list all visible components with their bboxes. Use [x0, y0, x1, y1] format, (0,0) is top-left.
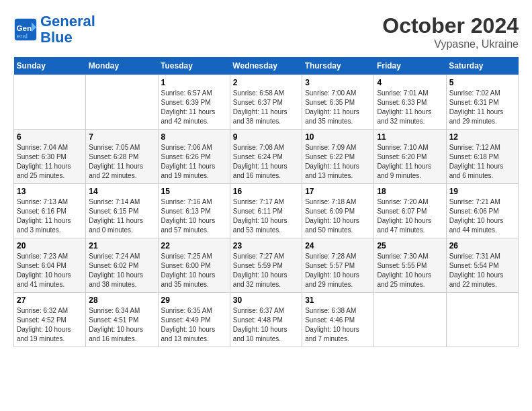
week-row-2: 6Sunrise: 7:04 AM Sunset: 6:30 PM Daylig…: [14, 130, 519, 184]
calendar-cell: 29Sunrise: 6:35 AM Sunset: 4:49 PM Dayli…: [158, 293, 230, 347]
calendar-cell: 14Sunrise: 7:14 AM Sunset: 6:15 PM Dayli…: [86, 184, 158, 238]
day-number: 24: [305, 241, 371, 250]
calendar-cell: 16Sunrise: 7:17 AM Sunset: 6:11 PM Dayli…: [230, 184, 302, 238]
calendar-cell: 22Sunrise: 7:25 AM Sunset: 6:00 PM Dayli…: [158, 238, 230, 293]
day-detail: Sunrise: 7:08 AM Sunset: 6:24 PM Dayligh…: [233, 143, 299, 181]
logo-text: General Blue: [40, 13, 95, 46]
week-row-3: 13Sunrise: 7:13 AM Sunset: 6:16 PM Dayli…: [14, 184, 519, 238]
day-number: 15: [161, 187, 227, 196]
calendar-cell: 10Sunrise: 7:09 AM Sunset: 6:22 PM Dayli…: [302, 130, 374, 184]
day-detail: Sunrise: 6:34 AM Sunset: 4:51 PM Dayligh…: [89, 306, 154, 344]
day-number: 28: [89, 295, 154, 305]
day-detail: Sunrise: 6:37 AM Sunset: 4:48 PM Dayligh…: [233, 306, 299, 344]
calendar-cell: 7Sunrise: 7:05 AM Sunset: 6:28 PM Daylig…: [86, 130, 158, 184]
day-detail: Sunrise: 7:09 AM Sunset: 6:22 PM Dayligh…: [305, 143, 371, 181]
day-detail: Sunrise: 6:35 AM Sunset: 4:49 PM Dayligh…: [161, 306, 227, 344]
day-detail: Sunrise: 6:57 AM Sunset: 6:39 PM Dayligh…: [161, 89, 227, 126]
day-number: 8: [161, 132, 227, 142]
day-number: 9: [233, 132, 299, 142]
calendar-cell: 1Sunrise: 6:57 AM Sunset: 6:39 PM Daylig…: [158, 75, 230, 130]
calendar-cell: 26Sunrise: 7:31 AM Sunset: 5:54 PM Dayli…: [446, 238, 518, 293]
page-header: Gen eral General Blue October 2024 Vypas…: [13, 13, 519, 50]
calendar-cell: 30Sunrise: 6:37 AM Sunset: 4:48 PM Dayli…: [230, 293, 302, 347]
day-number: 11: [377, 132, 443, 142]
weekday-sunday: Sunday: [14, 57, 86, 75]
calendar-cell: 5Sunrise: 7:02 AM Sunset: 6:31 PM Daylig…: [446, 75, 518, 130]
calendar-cell: 24Sunrise: 7:28 AM Sunset: 5:57 PM Dayli…: [302, 238, 374, 293]
day-number: 26: [449, 241, 515, 250]
calendar-cell: 4Sunrise: 7:01 AM Sunset: 6:33 PM Daylig…: [374, 75, 446, 130]
calendar-table: SundayMondayTuesdayWednesdayThursdayFrid…: [13, 57, 519, 347]
day-number: 20: [17, 241, 83, 250]
day-detail: Sunrise: 7:05 AM Sunset: 6:28 PM Dayligh…: [89, 143, 154, 181]
day-number: 4: [377, 78, 443, 87]
calendar-cell: 20Sunrise: 7:23 AM Sunset: 6:04 PM Dayli…: [14, 238, 86, 293]
calendar-cell: [446, 293, 518, 347]
calendar-cell: [374, 293, 446, 347]
calendar-cell: 15Sunrise: 7:16 AM Sunset: 6:13 PM Dayli…: [158, 184, 230, 238]
calendar-cell: 8Sunrise: 7:06 AM Sunset: 6:26 PM Daylig…: [158, 130, 230, 184]
calendar-cell: 6Sunrise: 7:04 AM Sunset: 6:30 PM Daylig…: [14, 130, 86, 184]
month-year: October 2024: [382, 13, 519, 38]
calendar-cell: 17Sunrise: 7:18 AM Sunset: 6:09 PM Dayli…: [302, 184, 374, 238]
day-number: 23: [233, 241, 299, 250]
location: Vypasne, Ukraine: [382, 38, 519, 50]
day-detail: Sunrise: 7:18 AM Sunset: 6:09 PM Dayligh…: [305, 197, 371, 235]
weekday-wednesday: Wednesday: [230, 57, 302, 75]
title-block: October 2024 Vypasne, Ukraine: [382, 13, 519, 50]
day-number: 7: [89, 132, 154, 142]
day-detail: Sunrise: 7:13 AM Sunset: 6:16 PM Dayligh…: [17, 197, 83, 235]
calendar-cell: 25Sunrise: 7:30 AM Sunset: 5:55 PM Dayli…: [374, 238, 446, 293]
calendar-cell: 11Sunrise: 7:10 AM Sunset: 6:20 PM Dayli…: [374, 130, 446, 184]
day-detail: Sunrise: 7:28 AM Sunset: 5:57 PM Dayligh…: [305, 252, 371, 289]
logo-icon: Gen eral: [13, 17, 38, 42]
week-row-4: 20Sunrise: 7:23 AM Sunset: 6:04 PM Dayli…: [14, 238, 519, 293]
svg-text:eral: eral: [17, 32, 28, 40]
day-number: 6: [17, 132, 83, 142]
day-number: 27: [17, 295, 83, 305]
calendar-cell: [86, 75, 158, 130]
day-number: 30: [233, 295, 299, 305]
day-number: 19: [449, 187, 515, 196]
logo: Gen eral General Blue: [13, 13, 95, 46]
calendar-cell: 2Sunrise: 6:58 AM Sunset: 6:37 PM Daylig…: [230, 75, 302, 130]
day-number: 1: [161, 78, 227, 87]
day-detail: Sunrise: 7:16 AM Sunset: 6:13 PM Dayligh…: [161, 197, 227, 235]
calendar-cell: 9Sunrise: 7:08 AM Sunset: 6:24 PM Daylig…: [230, 130, 302, 184]
week-row-1: 1Sunrise: 6:57 AM Sunset: 6:39 PM Daylig…: [14, 75, 519, 130]
calendar-cell: 12Sunrise: 7:12 AM Sunset: 6:18 PM Dayli…: [446, 130, 518, 184]
calendar-cell: 23Sunrise: 7:27 AM Sunset: 5:59 PM Dayli…: [230, 238, 302, 293]
day-detail: Sunrise: 7:23 AM Sunset: 6:04 PM Dayligh…: [17, 252, 83, 289]
day-detail: Sunrise: 7:00 AM Sunset: 6:35 PM Dayligh…: [305, 89, 371, 126]
day-number: 12: [449, 132, 515, 142]
calendar-cell: 3Sunrise: 7:00 AM Sunset: 6:35 PM Daylig…: [302, 75, 374, 130]
weekday-thursday: Thursday: [302, 57, 374, 75]
day-detail: Sunrise: 7:24 AM Sunset: 6:02 PM Dayligh…: [89, 252, 154, 289]
day-number: 10: [305, 132, 371, 142]
day-detail: Sunrise: 7:20 AM Sunset: 6:07 PM Dayligh…: [377, 197, 443, 235]
day-detail: Sunrise: 7:30 AM Sunset: 5:55 PM Dayligh…: [377, 252, 443, 289]
day-number: 3: [305, 78, 371, 87]
svg-text:Gen: Gen: [17, 24, 32, 32]
day-detail: Sunrise: 7:21 AM Sunset: 6:06 PM Dayligh…: [449, 197, 515, 235]
weekday-tuesday: Tuesday: [158, 57, 230, 75]
day-detail: Sunrise: 7:01 AM Sunset: 6:33 PM Dayligh…: [377, 89, 443, 126]
day-number: 2: [233, 78, 299, 87]
calendar-cell: 21Sunrise: 7:24 AM Sunset: 6:02 PM Dayli…: [86, 238, 158, 293]
day-number: 13: [17, 187, 83, 196]
day-number: 17: [305, 187, 371, 196]
day-detail: Sunrise: 7:17 AM Sunset: 6:11 PM Dayligh…: [233, 197, 299, 235]
calendar-cell: 27Sunrise: 6:32 AM Sunset: 4:52 PM Dayli…: [14, 293, 86, 347]
day-detail: Sunrise: 7:02 AM Sunset: 6:31 PM Dayligh…: [449, 89, 515, 126]
day-detail: Sunrise: 7:14 AM Sunset: 6:15 PM Dayligh…: [89, 197, 154, 235]
day-number: 16: [233, 187, 299, 196]
day-number: 18: [377, 187, 443, 196]
weekday-header-row: SundayMondayTuesdayWednesdayThursdayFrid…: [14, 57, 519, 75]
day-detail: Sunrise: 6:58 AM Sunset: 6:37 PM Dayligh…: [233, 89, 299, 126]
day-number: 21: [89, 241, 154, 250]
calendar-cell: 18Sunrise: 7:20 AM Sunset: 6:07 PM Dayli…: [374, 184, 446, 238]
day-detail: Sunrise: 7:27 AM Sunset: 5:59 PM Dayligh…: [233, 252, 299, 289]
weekday-saturday: Saturday: [446, 57, 518, 75]
day-detail: Sunrise: 6:32 AM Sunset: 4:52 PM Dayligh…: [17, 306, 83, 344]
day-detail: Sunrise: 7:06 AM Sunset: 6:26 PM Dayligh…: [161, 143, 227, 181]
